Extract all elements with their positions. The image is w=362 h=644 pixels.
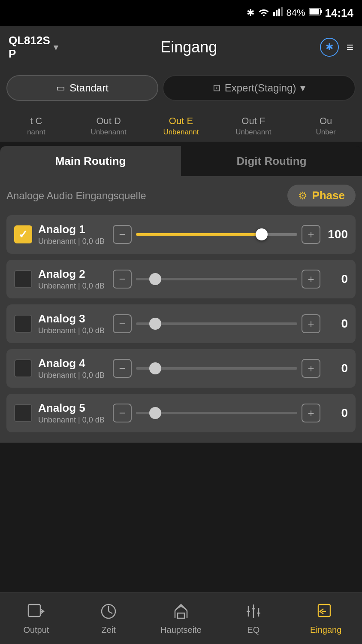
channel-3-increase-button[interactable]: +	[302, 314, 320, 333]
tab-out-f[interactable]: Out F Unbenannt	[217, 111, 290, 142]
gear-icon: ⚙	[298, 190, 308, 202]
bottom-navigation: Output Zeit Hauptseite	[0, 592, 362, 644]
channel-4-slider-track[interactable]	[136, 367, 297, 370]
channel-4-value: 0	[326, 361, 348, 375]
channel-3-decrease-button[interactable]: −	[113, 314, 132, 333]
channel-5-value: 0	[326, 406, 348, 420]
channel-row-3: Analog 3 Unbenannt | 0,0 dB − + 0	[6, 304, 356, 343]
channel-1-checkbox[interactable]: ✓	[14, 225, 32, 243]
channel-1-name: Analog 1	[38, 223, 107, 236]
channel-4-checkbox[interactable]	[14, 359, 32, 377]
svg-rect-2	[278, 9, 280, 16]
channel-4-slider-section: − +	[113, 359, 320, 378]
bluetooth-status-icon: ✱	[247, 7, 254, 18]
wifi-icon	[258, 7, 270, 19]
nav-hauptseite[interactable]: Hauptseite	[145, 602, 217, 635]
channel-1-info: Analog 1 Unbenannt | 0,0 dB	[38, 223, 107, 246]
expert-mode-button[interactable]: ⊡ Expert(Staging) ▾	[163, 75, 356, 101]
standard-mode-button[interactable]: ▭ Standart	[6, 75, 158, 101]
svg-line-11	[109, 611, 112, 614]
channel-row-4: Analog 4 Unbenannt | 0,0 dB − + 0	[6, 349, 356, 388]
eq-label: EQ	[247, 625, 259, 635]
channel-2-slider-section: − +	[113, 270, 320, 289]
channel-5-info: Analog 5 Unbenannt | 0,0 dB	[38, 401, 107, 425]
eingang-icon	[317, 602, 335, 623]
mode-selector: ▭ Standart ⊡ Expert(Staging) ▾	[0, 69, 362, 107]
channel-5-slider-thumb[interactable]	[149, 407, 161, 419]
channel-2-checkbox[interactable]	[14, 270, 32, 288]
channel-5-name: Analog 5	[38, 401, 107, 415]
channel-2-value: 0	[326, 272, 348, 286]
channel-5-decrease-button[interactable]: −	[113, 404, 132, 422]
channel-3-slider-track[interactable]	[136, 322, 297, 325]
channel-1-slider-section: − +	[113, 225, 320, 244]
channel-5-increase-button[interactable]: +	[302, 404, 320, 422]
channel-2-sub: Unbenannt | 0,0 dB	[38, 282, 107, 291]
channel-1-decrease-button[interactable]: −	[113, 225, 132, 244]
channel-4-name: Analog 4	[38, 357, 107, 370]
hauptseite-icon	[172, 602, 190, 623]
channel-2-name: Analog 2	[38, 267, 107, 281]
battery-text: 84%	[286, 7, 305, 18]
nav-eq[interactable]: EQ	[217, 602, 290, 635]
svg-rect-7	[28, 605, 40, 617]
svg-rect-0	[273, 12, 275, 16]
tab-out-e[interactable]: Out E Unbenannt	[145, 111, 217, 142]
time-display: 14:14	[325, 6, 354, 20]
channel-1-slider-track[interactable]	[136, 233, 297, 236]
digit-routing-tab[interactable]: Digit Routing	[181, 146, 362, 176]
main-routing-tab[interactable]: Main Routing	[0, 146, 181, 176]
channel-4-slider-thumb[interactable]	[149, 362, 161, 374]
channel-5-sub: Unbenannt | 0,0 dB	[38, 416, 107, 425]
channel-row-1: ✓ Analog 1 Unbenannt | 0,0 dB − + 100	[6, 215, 356, 254]
channel-2-decrease-button[interactable]: −	[113, 270, 132, 289]
tab-out-g[interactable]: Ou Unber	[290, 111, 362, 142]
checkmark-icon: ✓	[18, 228, 28, 241]
device-dropdown-arrow[interactable]: ▾	[54, 42, 58, 52]
svg-rect-3	[281, 7, 283, 16]
header-actions: ✱ ≡	[320, 38, 353, 57]
nav-zeit[interactable]: Zeit	[72, 602, 145, 635]
tab-out-c[interactable]: t C nannt	[0, 111, 72, 142]
bluetooth-button[interactable]: ✱	[320, 38, 339, 57]
zeit-icon	[99, 602, 118, 623]
tab-out-d[interactable]: Out D Unbenannt	[72, 111, 145, 142]
channel-3-info: Analog 3 Unbenannt | 0,0 dB	[38, 312, 107, 335]
channel-3-name: Analog 3	[38, 312, 107, 325]
output-icon	[27, 602, 45, 623]
nav-output[interactable]: Output	[0, 602, 72, 635]
phase-button[interactable]: ⚙ Phase	[287, 185, 356, 207]
expert-dropdown-arrow: ▾	[300, 82, 305, 94]
channel-2-slider-thumb[interactable]	[149, 273, 161, 285]
channel-5-checkbox[interactable]	[14, 404, 32, 422]
channel-1-sub: Unbenannt | 0,0 dB	[38, 237, 107, 246]
channel-1-slider-thumb[interactable]	[256, 228, 268, 240]
channel-4-increase-button[interactable]: +	[302, 359, 320, 378]
channel-2-slider-track[interactable]	[136, 278, 297, 280]
standard-mode-label: Standart	[69, 82, 109, 94]
channel-4-decrease-button[interactable]: −	[113, 359, 132, 378]
output-tabs: t C nannt Out D Unbenannt Out E Unbenann…	[0, 107, 362, 142]
expert-mode-icon: ⊡	[213, 82, 220, 94]
status-bar: ✱ 84% 14:14	[0, 0, 362, 26]
channel-2-increase-button[interactable]: +	[302, 270, 320, 289]
channel-4-sub: Unbenannt | 0,0 dB	[38, 371, 107, 380]
channel-3-slider-section: − +	[113, 314, 320, 333]
channel-3-slider-thumb[interactable]	[149, 318, 161, 330]
device-info[interactable]: QL812S P ▾	[9, 34, 58, 61]
channel-5-slider-track[interactable]	[136, 412, 297, 414]
channel-2-info: Analog 2 Unbenannt | 0,0 dB	[38, 267, 107, 291]
nav-eingang[interactable]: Eingang	[290, 602, 362, 635]
svg-rect-6	[309, 9, 319, 15]
menu-button[interactable]: ≡	[347, 40, 353, 54]
svg-rect-14	[178, 613, 184, 618]
output-label: Output	[23, 625, 49, 635]
channel-4-info: Analog 4 Unbenannt | 0,0 dB	[38, 357, 107, 380]
channel-1-increase-button[interactable]: +	[302, 225, 320, 244]
eingang-label: Eingang	[310, 625, 341, 635]
audio-source-label: Analoge Audio Eingangsquelle	[6, 190, 146, 202]
eq-icon	[244, 602, 263, 623]
signal-icon	[273, 7, 283, 19]
channel-3-checkbox[interactable]	[14, 315, 32, 333]
device-name-text: QL812S P	[9, 34, 50, 61]
